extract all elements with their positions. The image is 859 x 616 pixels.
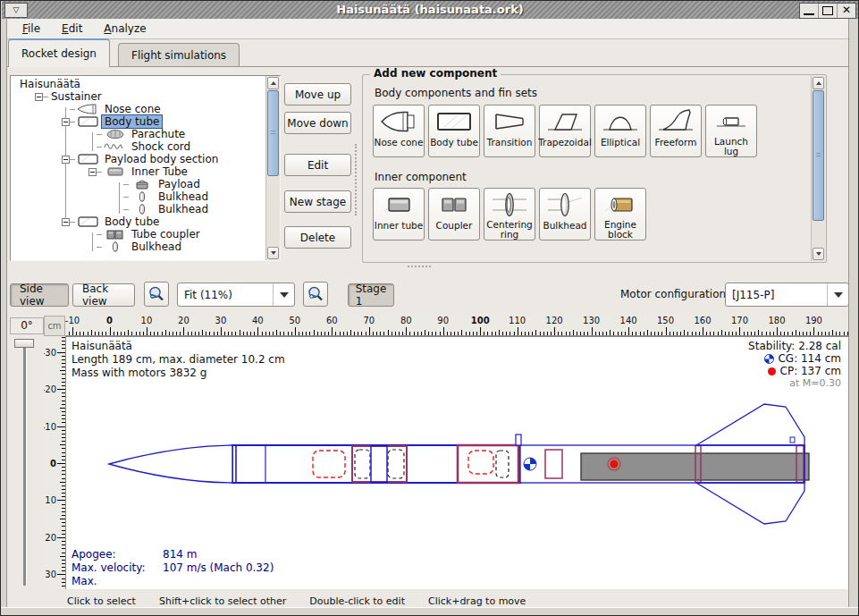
scroll-thumb[interactable] — [267, 90, 279, 176]
cg-marker-icon — [524, 458, 536, 470]
window-controls: ✕ — [799, 3, 856, 19]
tree-item-bulkhead[interactable]: Bulkhead — [12, 190, 265, 203]
tree-item-body-tube[interactable]: Body tube — [12, 215, 265, 228]
window-frame — [1, 19, 7, 615]
tree-item-payload[interactable]: Payload — [12, 178, 265, 190]
expander-icon[interactable] — [62, 218, 70, 226]
menu-file[interactable]: File — [13, 21, 49, 37]
nose-cone-shape[interactable] — [109, 445, 232, 483]
stability-value: Stability: 2.28 cal — [748, 340, 841, 352]
menu-edit[interactable]: Edit — [53, 21, 91, 37]
vertical-splitter[interactable] — [355, 144, 359, 215]
tree-item-tube-coupler[interactable]: Tube coupler — [12, 228, 265, 240]
ruler-label: 140 — [620, 316, 637, 325]
window-frame — [1, 607, 858, 615]
tree-item-bulkhead[interactable]: Bulkhead — [12, 240, 265, 253]
close-button[interactable]: ✕ — [837, 4, 855, 18]
new-stage-button[interactable]: New stage — [284, 190, 351, 213]
rotation-slider-handle[interactable] — [14, 339, 34, 348]
tree-item-label: Parachute — [129, 128, 188, 140]
tree-item-parachute[interactable]: Parachute — [12, 128, 265, 140]
expander-icon[interactable] — [62, 118, 70, 126]
scroll-up-icon[interactable] — [813, 77, 824, 89]
scroll-up-icon[interactable] — [267, 77, 279, 89]
horizontal-splitter[interactable] — [408, 266, 431, 270]
scroll-down-icon[interactable] — [813, 248, 824, 260]
scroll-thumb[interactable] — [813, 90, 824, 221]
rocket-dimensions: Length 189 cm, max. diameter 10.2 cm — [72, 353, 285, 367]
component-transition-button[interactable]: Transition — [484, 105, 535, 157]
component-elliptical-button[interactable]: Elliptical — [594, 105, 646, 157]
motor-configuration-combo[interactable]: [J115-P] — [725, 283, 849, 307]
minimize-button[interactable] — [800, 4, 818, 18]
move-up-button[interactable]: Move up — [284, 83, 351, 105]
component-trapezoidal-button[interactable]: Trapezoidal — [539, 105, 591, 157]
edit-button[interactable]: Edit — [284, 154, 351, 176]
inner-tube-icon — [379, 189, 418, 221]
fin-shape[interactable] — [696, 483, 804, 524]
zoom-level-combo[interactable]: Fit (11%) — [177, 283, 295, 307]
component-label: Engine block — [595, 220, 645, 240]
vertical-ruler: -30-20-100102030 — [44, 336, 65, 589]
component-label: Nose cone — [375, 138, 424, 148]
expander-icon[interactable] — [88, 168, 97, 176]
chevron-down-icon — [827, 283, 848, 306]
ruler-label: 80 — [400, 316, 412, 325]
zoom-out-button[interactable] — [144, 282, 169, 307]
component-label: Elliptical — [601, 138, 640, 148]
tree-item-nose-cone[interactable]: Nose cone — [12, 103, 265, 115]
expander-icon[interactable] — [35, 93, 43, 101]
component-inner-tube-button[interactable]: Inner tube — [373, 188, 425, 240]
tree-scrollbar[interactable] — [265, 76, 280, 260]
component-label: Launch lug — [706, 137, 756, 156]
component-nose-cone-button[interactable]: Nose cone — [373, 105, 425, 157]
ruler-label: -10 — [44, 421, 56, 431]
back-view-label: Back view — [82, 283, 125, 308]
component-freeform-button[interactable]: Freeform — [650, 105, 702, 157]
ruler-label: 180 — [768, 316, 785, 325]
component-tree[interactable]: HaisunäätäSustainerNose coneBody tubePar… — [10, 75, 281, 261]
transition-icon — [490, 105, 529, 138]
tab-label: Flight simulations — [131, 49, 226, 62]
fin-shape[interactable] — [696, 404, 804, 445]
rotation-slider[interactable] — [23, 342, 27, 586]
tab-flight-simulations[interactable]: Flight simulations — [118, 43, 240, 67]
tree-item-inner-tube[interactable]: Inner Tube — [12, 165, 265, 178]
zoom-in-button[interactable] — [303, 282, 328, 307]
expander-icon[interactable] — [62, 156, 70, 164]
ruler-label: 30 — [45, 570, 56, 579]
tree-item-bulkhead[interactable]: Bulkhead — [12, 203, 265, 215]
menu-analyze[interactable]: Analyze — [95, 21, 155, 37]
move-down-button[interactable]: Move down — [284, 112, 351, 134]
tree-item-body-tube[interactable]: Body tube — [12, 115, 265, 128]
zoom-level-value: Fit (11%) — [178, 289, 273, 301]
delete-button[interactable]: Delete — [284, 226, 351, 249]
engine-block-icon — [601, 189, 640, 220]
component-label: Centering ring — [484, 220, 535, 240]
tree-item-shock-cord[interactable]: Shock cord — [12, 140, 265, 153]
component-launch-lug-button[interactable]: Launch lug — [705, 105, 757, 157]
side-view-button[interactable]: Side view — [10, 283, 69, 307]
component-engine-block-button[interactable]: Engine block — [594, 188, 646, 240]
scroll-down-icon[interactable] — [267, 247, 279, 259]
back-view-button[interactable]: Back view — [72, 283, 135, 307]
component-bulkhead-button[interactable]: Bulkhead — [539, 188, 591, 240]
ruler-label: 0 — [106, 316, 113, 325]
bodytube-icon — [75, 154, 102, 165]
tree-item-sustainer[interactable]: Sustainer — [12, 90, 265, 103]
maximize-button[interactable] — [818, 4, 837, 18]
component-coupler-button[interactable]: Coupler — [428, 188, 480, 240]
status-hint: Shift+click to select other — [159, 595, 286, 607]
stage-1-toggle[interactable]: Stage 1 — [348, 283, 394, 307]
title-bar[interactable]: ▽ Haisunäätä (haisunaata.ork) ✕ — [2, 1, 858, 20]
component-body-tube-button[interactable]: Body tube — [428, 105, 480, 157]
ruler-label: 20 — [45, 532, 56, 542]
tab-rocket-design[interactable]: Rocket design — [8, 38, 110, 67]
launch-lug-shape[interactable] — [516, 435, 521, 445]
component-centering-ring-button[interactable]: Centering ring — [484, 188, 535, 240]
tree-item-payload-body-section[interactable]: Payload body section — [12, 153, 265, 165]
component-scrollbar[interactable] — [811, 76, 825, 261]
rocket-mass: Mass with motors 3832 g — [72, 367, 285, 380]
tree-item-haisun-t[interactable]: Haisunäätä — [12, 78, 265, 90]
rocket-canvas[interactable]: Haisunäätä Length 189 cm, max. diameter … — [65, 336, 850, 589]
